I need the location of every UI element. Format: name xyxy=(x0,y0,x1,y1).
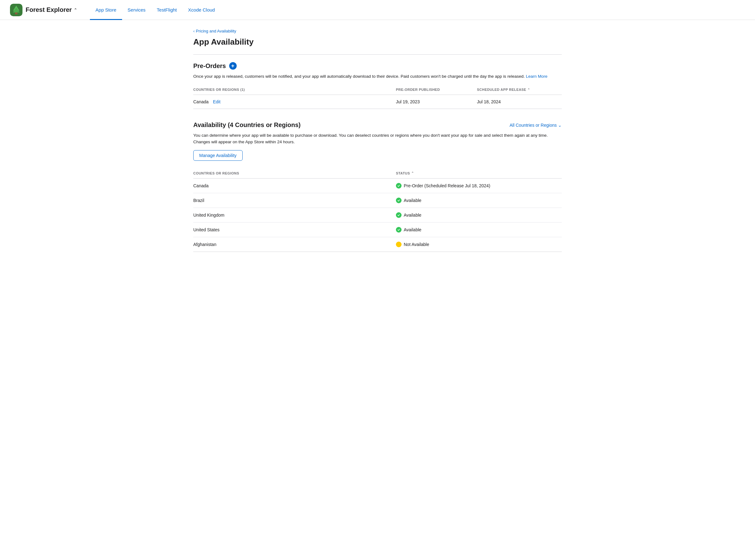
status-label: Not Available xyxy=(404,242,429,247)
pre-orders-col-release: SCHEDULED APP RELEASE ⌃ xyxy=(477,85,562,95)
nav-item-services[interactable]: Services xyxy=(122,0,152,20)
add-pre-order-button[interactable]: + xyxy=(229,62,237,69)
availability-status: Available xyxy=(396,193,562,207)
status-dot-icon xyxy=(396,227,401,233)
availability-status: Not Available xyxy=(396,237,562,252)
table-row: Canada Edit Jul 19, 2023 Jul 18, 2024 xyxy=(193,95,562,109)
availability-country: United States xyxy=(193,222,396,237)
pre-orders-col-release-sort[interactable]: SCHEDULED APP RELEASE ⌃ xyxy=(477,88,530,92)
status-dot-icon xyxy=(396,183,401,188)
availability-col-status-sort[interactable]: STATUS ⌃ xyxy=(396,172,414,175)
availability-col-status: STATUS ⌃ xyxy=(396,168,562,179)
app-name: Forest Explorer xyxy=(26,6,72,14)
availability-country: Brazil xyxy=(193,193,396,207)
status-label: Available xyxy=(404,227,421,232)
table-row: United Kingdom Available xyxy=(193,207,562,222)
availability-table: COUNTRIES OR REGIONS STATUS ⌃ Canada Pre… xyxy=(193,168,562,252)
main-nav: App Store Services TestFlight Xcode Clou… xyxy=(90,0,220,20)
availability-status: Available xyxy=(396,222,562,237)
pre-orders-title-row: Pre-Orders + xyxy=(193,62,562,69)
pre-orders-col-published: PRE-ORDER PUBLISHED xyxy=(396,85,477,95)
main-content: ‹ Pricing and Availability App Availabil… xyxy=(181,20,574,271)
pre-order-edit-link[interactable]: Edit xyxy=(213,99,220,104)
nav-item-appstore[interactable]: App Store xyxy=(90,0,122,20)
app-identity: Forest Explorer ⌃ xyxy=(10,4,77,16)
pre-orders-col-country: COUNTRIES OR REGIONS (1) xyxy=(193,85,396,95)
availability-col-country: COUNTRIES OR REGIONS xyxy=(193,168,396,179)
status-dot-icon xyxy=(396,198,401,203)
table-row: Brazil Available xyxy=(193,193,562,207)
availability-country: United Kingdom xyxy=(193,207,396,222)
status-cell: Available xyxy=(396,227,562,233)
app-name-wrap[interactable]: Forest Explorer ⌃ xyxy=(26,6,77,14)
status-label: Available xyxy=(404,213,421,218)
availability-country: Afghanistan xyxy=(193,237,396,252)
breadcrumb[interactable]: ‹ Pricing and Availability xyxy=(193,29,562,34)
pre-orders-table: COUNTRIES OR REGIONS (1) PRE-ORDER PUBLI… xyxy=(193,85,562,109)
app-header: Forest Explorer ⌃ App Store Services Tes… xyxy=(0,0,755,20)
manage-availability-button[interactable]: Manage Availability xyxy=(193,150,243,161)
status-label: Pre-Order (Scheduled Release Jul 18, 202… xyxy=(404,183,490,188)
chevron-down-icon: ⌄ xyxy=(558,123,562,128)
pre-order-country: Canada Edit xyxy=(193,95,396,109)
status-dot-icon xyxy=(396,242,401,247)
availability-section: Availability (4 Countries or Regions) Al… xyxy=(193,121,562,252)
app-dropdown-chevron[interactable]: ⌃ xyxy=(74,7,77,13)
status-cell: Available xyxy=(396,212,562,218)
learn-more-link[interactable]: Learn More xyxy=(526,74,548,79)
nav-item-testflight[interactable]: TestFlight xyxy=(151,0,182,20)
availability-status: Available xyxy=(396,207,562,222)
divider-top xyxy=(193,54,562,55)
status-cell: Available xyxy=(396,198,562,203)
pre-orders-title: Pre-Orders xyxy=(193,62,226,69)
nav-item-xcode-cloud[interactable]: Xcode Cloud xyxy=(182,0,220,20)
availability-description: You can determine where your app will be… xyxy=(193,132,562,145)
svg-rect-3 xyxy=(15,13,18,14)
breadcrumb-chevron-icon: ‹ xyxy=(193,29,195,34)
status-dot-icon xyxy=(396,212,401,218)
pre-orders-section: Pre-Orders + Once your app is released, … xyxy=(193,62,562,109)
availability-country: Canada xyxy=(193,178,396,193)
table-row: Canada Pre-Order (Scheduled Release Jul … xyxy=(193,178,562,193)
pre-orders-description: Once your app is released, customers wil… xyxy=(193,73,562,80)
sort-arrow-icon: ⌃ xyxy=(528,88,530,92)
pre-order-release: Jul 18, 2024 xyxy=(477,95,562,109)
table-row: Afghanistan Not Available xyxy=(193,237,562,252)
plus-icon: + xyxy=(231,63,235,69)
page-title: App Availability xyxy=(193,37,562,47)
pre-order-published: Jul 19, 2023 xyxy=(396,95,477,109)
availability-title: Availability (4 Countries or Regions) xyxy=(193,121,301,128)
sort-arrow-status-icon: ⌃ xyxy=(411,172,414,175)
availability-status: Pre-Order (Scheduled Release Jul 18, 202… xyxy=(396,178,562,193)
status-label: Available xyxy=(404,198,421,203)
status-cell: Not Available xyxy=(396,242,562,247)
breadcrumb-label: Pricing and Availability xyxy=(196,29,236,34)
status-cell: Pre-Order (Scheduled Release Jul 18, 202… xyxy=(396,183,562,188)
app-icon xyxy=(10,4,22,16)
availability-header: Availability (4 Countries or Regions) Al… xyxy=(193,121,562,128)
table-row: United States Available xyxy=(193,222,562,237)
all-countries-link[interactable]: All Countries or Regions ⌄ xyxy=(510,123,562,128)
